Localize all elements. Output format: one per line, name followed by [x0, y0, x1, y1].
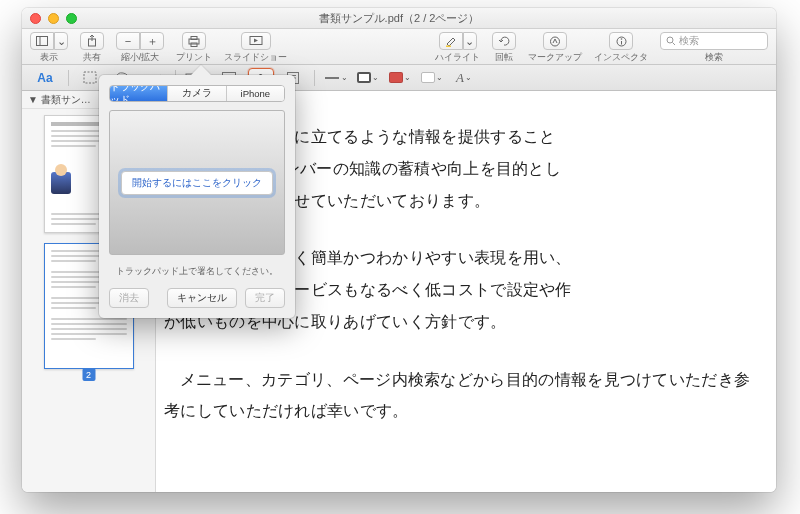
highlight-label: ハイライト [435, 51, 480, 64]
zoom-out-button[interactable]: − [116, 32, 140, 50]
view-button[interactable] [30, 32, 54, 50]
signature-hint: トラックパッド上で署名してください。 [99, 265, 295, 278]
window-controls [30, 13, 77, 24]
share-button[interactable] [80, 32, 104, 50]
svg-rect-0 [37, 37, 48, 46]
svg-point-12 [667, 37, 673, 43]
signature-source-tabs: トラックパッド カメラ iPhone [109, 85, 285, 102]
signature-popover: トラックパッド カメラ iPhone 開始するにはここをクリック トラックパッド… [99, 75, 295, 318]
share-label: 共有 [83, 51, 101, 64]
highlighter-icon [445, 36, 457, 47]
search-icon [666, 36, 676, 46]
zoom-button[interactable] [66, 13, 77, 24]
inspector-label: インスペクタ [594, 51, 648, 64]
rotate-icon [498, 36, 510, 47]
clear-button[interactable]: 消去 [109, 288, 149, 308]
border-color-button[interactable]: ⌄ [355, 68, 381, 87]
highlight-menu-button[interactable]: ⌄ [463, 32, 477, 50]
zoom-in-button[interactable]: ＋ [140, 32, 164, 50]
share-icon [87, 35, 97, 47]
cancel-button[interactable]: キャンセル [167, 288, 237, 308]
window-title: 書類サンプル.pdf（2 / 2ページ） [22, 11, 776, 26]
paragraph-3: メニュー、カテゴリ、ページ内検索などから目的の情報を見つけていただき参考にしてい… [164, 364, 760, 428]
rotate-button[interactable] [492, 32, 516, 50]
titlebar: 書類サンプル.pdf（2 / 2ページ） [22, 8, 776, 29]
line-style-button[interactable]: ⌄ [323, 68, 349, 87]
sidebar-icon [36, 36, 48, 46]
inspector-button[interactable] [609, 32, 633, 50]
main-toolbar: ⌄ 表示 共有 − ＋ 縮小/拡大 プリント スライドショー [22, 29, 776, 65]
svg-point-10 [620, 38, 622, 40]
tab-camera[interactable]: カメラ [168, 86, 226, 101]
thumbnail-illustration [51, 172, 71, 194]
svg-rect-14 [84, 72, 96, 83]
printer-icon [188, 36, 200, 47]
page-number-badge: 2 [82, 368, 95, 381]
rotate-label: 回転 [495, 51, 513, 64]
fill-color-button[interactable]: ⌄ [387, 68, 413, 87]
font-style-button[interactable]: A⌄ [451, 68, 477, 87]
markup-label: マークアップ [528, 51, 582, 64]
slideshow-icon [249, 36, 263, 46]
search-input[interactable]: 検索 [660, 32, 768, 50]
search-label: 検索 [705, 51, 723, 64]
slideshow-button[interactable] [241, 32, 271, 50]
done-button[interactable]: 完了 [245, 288, 285, 308]
close-button[interactable] [30, 13, 41, 24]
tab-iphone[interactable]: iPhone [227, 86, 284, 101]
print-label: プリント [176, 51, 212, 64]
print-button[interactable] [182, 32, 206, 50]
start-signature-button[interactable]: 開始するにはここをクリック [121, 171, 273, 195]
minimize-button[interactable] [48, 13, 59, 24]
tab-trackpad[interactable]: トラックパッド [110, 86, 168, 101]
svg-line-13 [673, 43, 676, 46]
info-icon [616, 36, 627, 47]
view-menu-button[interactable]: ⌄ [54, 32, 68, 50]
trackpad-area[interactable]: 開始するにはここをクリック [109, 110, 285, 255]
text-style-button[interactable]: Aa [30, 68, 60, 87]
svg-rect-4 [191, 36, 197, 39]
search-placeholder: 検索 [679, 34, 699, 48]
view-label: 表示 [40, 51, 58, 64]
markup-button[interactable] [543, 32, 567, 50]
zoom-label: 縮小/拡大 [121, 51, 160, 64]
highlight-button[interactable] [439, 32, 463, 50]
slideshow-label: スライドショー [224, 51, 287, 64]
shape-fill-button[interactable]: ⌄ [419, 68, 445, 87]
markup-icon [549, 36, 561, 47]
